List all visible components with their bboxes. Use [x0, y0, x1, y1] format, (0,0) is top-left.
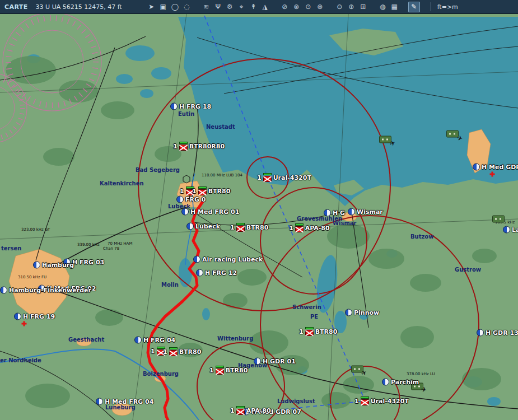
- labels-partial-icon[interactable]: ⊜: [291, 2, 302, 12]
- unit-health-bar: [198, 186, 207, 189]
- blue-marker-label: Air racing Lubeck: [202, 256, 263, 263]
- blue-marker[interactable]: H GDR 13: [477, 329, 518, 337]
- blue-marker-icon: [345, 309, 352, 316]
- hostile-unit-icon: [216, 368, 224, 375]
- grid-icon[interactable]: ▦: [389, 2, 400, 12]
- blue-marker-icon: [96, 398, 103, 405]
- red-unit-marker[interactable]: 1 APA-80: [289, 223, 330, 232]
- blue-marker-label: Hamburg: [42, 262, 74, 269]
- blue-marker-icon: [473, 164, 480, 171]
- blue-marker[interactable]: Lubeck: [186, 223, 220, 230]
- weather-icon[interactable]: ≋: [200, 2, 212, 12]
- hostile-unit-icon: [361, 399, 369, 405]
- red-unit-marker[interactable]: 1 BTR80: [230, 223, 268, 232]
- unit-name-label: BTR80: [315, 328, 338, 335]
- threat-ring: [260, 216, 479, 420]
- base-icon: [379, 136, 391, 143]
- blue-marker-icon: [196, 269, 203, 277]
- blue-marker[interactable]: H Med FRG 01: [181, 208, 239, 216]
- blue-marker-icon: [14, 313, 21, 320]
- select-tool-icon[interactable]: ◌: [181, 2, 193, 12]
- blue-marker-label: H Med FRG 01: [190, 208, 239, 216]
- unit-count: 1: [173, 143, 178, 150]
- blue-marker[interactable]: Hamburg: [33, 262, 74, 269]
- unit-count: 1: [151, 348, 155, 355]
- blue-marker[interactable]: Parchim: [382, 379, 419, 386]
- blue-marker-icon: [186, 223, 194, 230]
- unit-count: 1: [180, 188, 184, 195]
- blue-marker[interactable]: Pinnow: [345, 309, 379, 316]
- unit-health-bar: [236, 406, 245, 408]
- blue-marker[interactable]: H FRG 18: [170, 103, 211, 110]
- labels-full-icon[interactable]: ⊛: [314, 2, 326, 12]
- target-icon[interactable]: ⌖: [236, 2, 248, 12]
- hostile-unit-icon: [295, 226, 304, 232]
- pan-tool-icon[interactable]: ➤: [146, 2, 157, 12]
- unit-name-label: BTR80: [208, 188, 231, 195]
- threat-ring: [330, 366, 400, 420]
- blue-marker[interactable]: La: [503, 226, 518, 234]
- blue-marker[interactable]: H FRG 12: [196, 269, 237, 277]
- blue-marker-label: H FRG 12: [205, 269, 237, 277]
- unit-name-label: Ural-4320T: [273, 174, 311, 181]
- unit-name-label: Ural-4320T: [371, 398, 409, 405]
- red-unit-marker[interactable]: 1 Ural-4320T: [257, 173, 311, 182]
- blue-marker-label: H G: [333, 209, 345, 217]
- routes-icon[interactable]: Ψ: [212, 2, 224, 12]
- labels-off-icon[interactable]: ⊘: [279, 2, 291, 12]
- blue-marker-icon: [33, 262, 40, 269]
- antenna-icon[interactable]: ↟: [248, 2, 259, 12]
- red-unit-marker[interactable]: 1 Ural-4320T: [354, 396, 409, 405]
- blue-marker[interactable]: Air racing Lubeck: [193, 256, 263, 263]
- blue-marker-label: Parchim: [391, 379, 419, 386]
- blue-marker[interactable]: H G: [324, 209, 345, 217]
- map-viewport[interactable]: EutinNeustadtBad SegebergKaltenkirchenLu…: [0, 14, 518, 420]
- blue-marker[interactable]: H FRG 19: [14, 313, 55, 320]
- unit-name-label: APA-80: [305, 225, 330, 232]
- hostile-unit-icon: [236, 409, 245, 415]
- threat-ring: [138, 59, 390, 311]
- signal-icon[interactable]: ◮: [259, 2, 271, 12]
- red-cross-icon: [490, 172, 495, 177]
- unit-name-label: BTR80R80: [189, 143, 225, 150]
- base-icon: [492, 216, 505, 223]
- hostile-unit-icon: [305, 330, 314, 336]
- blue-marker[interactable]: FRG 0: [176, 196, 206, 203]
- red-unit-marker[interactable]: 1 BTR80: [192, 186, 230, 195]
- blue-marker-icon: [324, 209, 331, 217]
- blue-marker-icon: [193, 256, 200, 263]
- red-unit-marker[interactable]: 1 BTR80R80: [173, 142, 225, 151]
- labels-dot-icon[interactable]: ⊙: [302, 2, 314, 12]
- unit-health-bar: [305, 327, 314, 329]
- camera-icon[interactable]: ▣: [157, 2, 169, 12]
- blue-marker-icon: [382, 379, 389, 386]
- ruler-pencil-icon[interactable]: ✎: [408, 2, 420, 12]
- zoom-out-icon[interactable]: ⊖: [334, 2, 346, 12]
- blue-marker[interactable]: Wismar: [348, 208, 383, 216]
- blue-marker-icon: [181, 208, 189, 216]
- blue-marker-icon: [0, 287, 7, 294]
- zoom-window-icon[interactable]: ⊞: [357, 2, 369, 12]
- red-cross-icon: [22, 321, 27, 326]
- blue-marker[interactable]: Hamburg-Finkenwerder: [0, 287, 91, 294]
- blue-marker[interactable]: H Med GDR: [473, 164, 518, 171]
- hostile-unit-icon: [236, 226, 245, 232]
- red-unit-marker[interactable]: 1 APA-80: [230, 406, 271, 415]
- red-unit-marker[interactable]: 1 BTR80: [163, 347, 201, 356]
- hostile-unit-icon: [169, 350, 178, 356]
- unit-toggle-button[interactable]: ft=>m: [430, 2, 458, 11]
- base-icon: [446, 130, 459, 138]
- zoom-in-icon[interactable]: ⊕: [346, 2, 357, 12]
- toolbar-icons: ➤▣◯◌≋Ψ⚙⌖↟◮⊘⊜⊙⊛⊖⊕⊞◍▦✎: [146, 2, 420, 12]
- red-unit-marker[interactable]: 1 BTR80: [299, 327, 337, 336]
- blue-marker[interactable]: H Med FRG 04: [96, 398, 153, 405]
- gear-icon[interactable]: ⚙: [224, 2, 236, 12]
- globe-icon[interactable]: ◍: [377, 2, 389, 12]
- unit-health-bar: [179, 142, 188, 144]
- blue-marker-label: FRG 0: [185, 196, 206, 203]
- blue-marker[interactable]: H FRG 04: [134, 337, 175, 344]
- circle-tool-icon[interactable]: ◯: [169, 2, 181, 12]
- blue-marker[interactable]: H GDR 01: [254, 358, 296, 365]
- coordinates-readout: 33 U UA 56215 12475, 47 ft: [36, 3, 122, 11]
- red-unit-marker[interactable]: 1 BTR80: [209, 366, 248, 375]
